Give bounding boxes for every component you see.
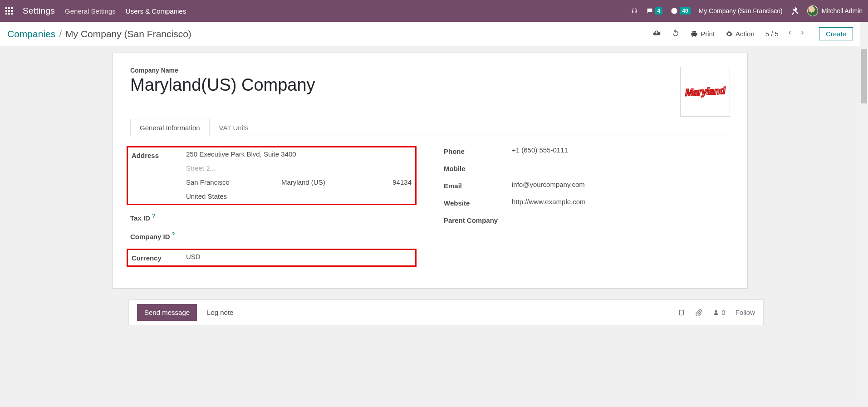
print-menu[interactable]: Print [691, 30, 715, 38]
form-tabs: General Information VAT Units [130, 118, 730, 136]
tax-id-label: Tax ID? [130, 211, 185, 222]
user-name: Mitchell Admin [822, 7, 863, 15]
menu-users-companies[interactable]: Users & Companies [126, 7, 186, 15]
currency-highlight: Currency USD [127, 249, 417, 267]
print-icon [691, 30, 698, 38]
print-label: Print [701, 30, 715, 38]
email-value[interactable]: info@yourcompany.com [512, 181, 730, 188]
cloud-upload-button[interactable] [652, 29, 661, 39]
attachments-button[interactable] [678, 309, 685, 316]
systray-activities[interactable]: 40 [671, 7, 690, 15]
systray-onboarding[interactable] [631, 7, 638, 15]
company-name-value[interactable]: Maryland(US) Company [130, 75, 730, 96]
systray-debug[interactable] [791, 7, 799, 15]
address-zip[interactable]: 94134 [375, 178, 412, 186]
gear-icon [726, 30, 733, 38]
undo-icon [672, 29, 680, 37]
log-note-button[interactable]: Log note [207, 309, 233, 316]
breadcrumb-root[interactable]: Companies [7, 29, 55, 39]
action-menu[interactable]: Action [726, 30, 755, 38]
company-logo[interactable]: Maryland [680, 67, 730, 117]
address-state[interactable]: Maryland (US) [281, 178, 375, 186]
app-brand[interactable]: Settings [23, 6, 55, 16]
currency-label: Currency [132, 253, 186, 262]
pager: 5 / 5 [765, 29, 808, 39]
tab-general-information[interactable]: General Information [130, 119, 210, 136]
chatter-bar: Send message Log note 0 Follow [128, 299, 764, 325]
scroll-thumb[interactable] [861, 49, 867, 103]
pager-next[interactable] [797, 29, 808, 38]
attach-file-button[interactable] [695, 309, 702, 316]
address-city[interactable]: San Francisco [186, 178, 281, 186]
address-street2[interactable]: Street 2... [186, 164, 412, 172]
phone-label: Phone [444, 146, 512, 155]
clock-icon [671, 7, 678, 15]
phone-value[interactable]: +1 (650) 555-0111 [512, 146, 730, 154]
current-company-label: My Company (San Francisco) [699, 7, 783, 15]
pager-value[interactable]: 5 / 5 [765, 30, 779, 38]
apps-icon[interactable] [5, 7, 13, 15]
follow-button[interactable]: Follow [736, 309, 755, 316]
control-panel: Companies / My Company (San Francisco) P… [0, 22, 860, 46]
comments-icon [646, 7, 653, 15]
company-id-label: Company ID? [130, 230, 185, 240]
menu-general-settings[interactable]: General Settings [65, 7, 116, 15]
chevron-left-icon [786, 29, 793, 36]
user-menu[interactable]: Mitchell Admin [807, 5, 863, 16]
tab-vat-units[interactable]: VAT Units [210, 119, 258, 136]
scrollbar[interactable] [860, 22, 868, 407]
breadcrumb-current: My Company (San Francisco) [65, 29, 191, 39]
breadcrumb-separator: / [59, 29, 62, 39]
mobile-label: Mobile [444, 163, 512, 172]
pager-prev[interactable] [784, 29, 797, 38]
top-navbar: Settings General Settings Users & Compan… [0, 0, 868, 22]
website-label: Website [444, 198, 512, 207]
email-label: Email [444, 181, 512, 190]
discard-button[interactable] [672, 29, 680, 39]
help-icon[interactable]: ? [172, 231, 175, 238]
create-button[interactable]: Create [819, 27, 853, 40]
send-message-button[interactable]: Send message [137, 304, 197, 321]
messaging-badge: 4 [655, 7, 663, 15]
book-icon [678, 309, 685, 316]
activities-badge: 40 [680, 7, 690, 15]
company-logo-text: Maryland [685, 85, 725, 98]
cloud-upload-icon [652, 29, 661, 37]
user-icon [712, 309, 720, 316]
currency-value[interactable]: USD [186, 253, 412, 260]
address-street[interactable]: 250 Executive Park Blvd, Suite 3400 [186, 150, 412, 158]
company-switcher[interactable]: My Company (San Francisco) [699, 7, 783, 15]
address-highlight: Address 250 Executive Park Blvd, Suite 3… [127, 146, 417, 205]
help-icon[interactable]: ? [152, 213, 155, 219]
headset-icon [631, 7, 638, 15]
action-label: Action [736, 30, 755, 38]
address-country[interactable]: United States [186, 192, 412, 200]
followers-button[interactable]: 0 [712, 309, 725, 316]
chevron-right-icon [799, 29, 806, 36]
followers-count: 0 [721, 309, 725, 316]
address-label: Address [132, 150, 186, 159]
tools-icon [791, 7, 799, 15]
company-name-label: Company Name [130, 67, 730, 74]
form-sheet: Company Name Maryland(US) Company Maryla… [113, 53, 748, 289]
avatar [807, 5, 818, 16]
systray-messaging[interactable]: 4 [646, 7, 663, 15]
parent-company-label: Parent Company [444, 215, 512, 224]
website-value[interactable]: http://www.example.com [512, 198, 730, 206]
breadcrumb: Companies / My Company (San Francisco) [7, 29, 652, 39]
paperclip-icon [695, 309, 702, 316]
